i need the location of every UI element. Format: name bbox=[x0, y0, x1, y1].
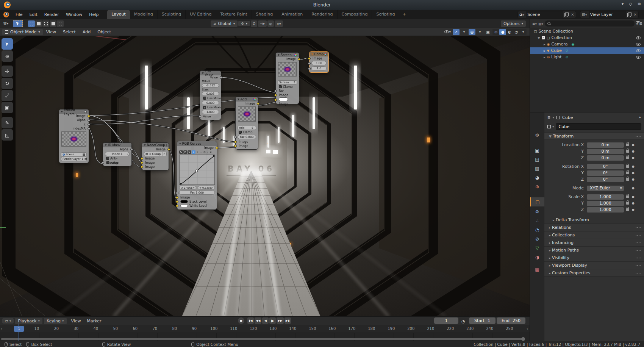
panel-collections[interactable]: ▸ Collections bbox=[544, 231, 644, 239]
expand-left-icon[interactable]: › bbox=[1, 327, 2, 331]
input-id-value[interactable]: ID value bbox=[103, 161, 131, 165]
output-image[interactable]: Image bbox=[276, 57, 299, 61]
alpha-field[interactable]: 1.00 bbox=[311, 61, 327, 65]
panel-instancing[interactable]: ▸ Instancing bbox=[544, 239, 644, 246]
menu-help[interactable]: Help bbox=[86, 11, 102, 19]
input-image-2[interactable]: Image bbox=[142, 161, 169, 165]
delete-point-icon[interactable]: ✕ bbox=[209, 151, 212, 154]
view-layer-selector[interactable]: ▧▾ View Layer ✕ bbox=[580, 11, 639, 18]
animate-dot[interactable]: ● bbox=[632, 143, 635, 147]
tab-sculpting[interactable]: Sculpting bbox=[158, 10, 186, 19]
tab-material[interactable]: ◑ bbox=[530, 253, 544, 262]
z-field[interactable]: 1.0 bbox=[311, 66, 327, 70]
outliner-item-cube[interactable]: ▸ ▼ Cube ▽ bbox=[530, 47, 644, 54]
location-x-field[interactable]: 0 m bbox=[587, 142, 624, 148]
delta-transform-subpanel[interactable]: ▸ Delta Transform bbox=[544, 217, 644, 224]
timeline-menu-marker[interactable]: Marker bbox=[84, 317, 105, 325]
blender-menu-icon[interactable] bbox=[3, 12, 9, 17]
tab-modeling[interactable]: Modeling bbox=[130, 10, 158, 19]
color-swatch[interactable] bbox=[279, 97, 288, 101]
animate-dot[interactable]: ● bbox=[632, 195, 635, 199]
max-field[interactable]: ‹1.000› bbox=[202, 110, 219, 114]
clipping-icon[interactable]: ◦ bbox=[207, 151, 208, 154]
alpha-row[interactable]: 1.00 bbox=[309, 61, 328, 66]
outliner-item-camera[interactable]: ▸ ◉ Camera ◉ bbox=[530, 41, 644, 47]
tool-scale[interactable]: ⤢ bbox=[2, 90, 13, 101]
select-box-tool-button[interactable] bbox=[13, 20, 23, 27]
mode-dropdown[interactable]: Object Mode ▾ bbox=[2, 29, 43, 35]
jump-to-start-button[interactable]: ▮◀ bbox=[247, 317, 254, 324]
input-image-2[interactable]: Image bbox=[236, 144, 258, 148]
channel-g[interactable]: G bbox=[188, 150, 191, 154]
tab-rendering[interactable]: Rendering bbox=[307, 10, 337, 19]
timeline-menu-view[interactable]: View bbox=[68, 317, 84, 325]
channel-b[interactable]: B bbox=[192, 150, 195, 154]
editor-type-dropdown[interactable]: ◔▾ bbox=[2, 318, 14, 324]
animate-dot[interactable]: ● bbox=[632, 171, 635, 175]
rotation-mode-dropdown[interactable]: XYZ Euler▾ bbox=[587, 186, 624, 191]
editor-type-icon[interactable]: ⊟ bbox=[547, 116, 550, 119]
input-fac[interactable]: Fac bbox=[276, 89, 299, 93]
rotation-x-field[interactable]: 0° bbox=[587, 164, 624, 169]
black-level-swatch[interactable] bbox=[180, 200, 188, 203]
scale-z-field[interactable]: 1.000 bbox=[587, 207, 624, 213]
output-indexma[interactable]: IndexMA bbox=[59, 127, 89, 131]
use-maximum-checkbox[interactable]: ✓Use Maximum bbox=[200, 105, 221, 109]
tab-particles[interactable]: ∴ bbox=[530, 216, 544, 225]
animate-dot[interactable]: ● bbox=[632, 178, 635, 181]
node-rgb-curves[interactable]: ▼RGB Curves Image C R G B + − ⚙ ◦ ✕ bbox=[177, 141, 217, 210]
blend-mode-dropdown[interactable]: Add↕ bbox=[238, 126, 256, 130]
select-mode-extend[interactable] bbox=[35, 20, 42, 27]
panel-custom-properties[interactable]: ▸ Custom Properties bbox=[544, 269, 644, 277]
playhead[interactable] bbox=[19, 324, 19, 341]
outliner-filter-dropdown[interactable]: ▧▾ bbox=[538, 21, 543, 26]
keying-dropdown[interactable]: Keying▾ bbox=[44, 318, 66, 324]
scene-selector[interactable]: ◕▾ Scene ✕ bbox=[517, 11, 576, 18]
location-y-field[interactable]: 0 m bbox=[587, 149, 624, 154]
viewport-menu-view[interactable]: View bbox=[43, 28, 59, 36]
tab-object[interactable]: ▢ bbox=[530, 197, 544, 206]
shading-dropdown[interactable]: ▾ bbox=[520, 29, 527, 35]
input-black-level[interactable]: Black Level bbox=[177, 200, 217, 204]
use-minimum-checkbox[interactable]: Use Minimum bbox=[200, 96, 221, 100]
panel-grip[interactable] bbox=[635, 136, 641, 137]
expand-right-icon[interactable]: ‹ bbox=[527, 327, 528, 331]
tab-layout[interactable]: Layout bbox=[107, 10, 130, 19]
input-image-2[interactable]: Image bbox=[276, 97, 299, 102]
snap-settings-dropdown[interactable]: ⊣▾ bbox=[258, 20, 266, 27]
xray-toggle[interactable]: ▣ bbox=[485, 29, 491, 35]
input-image-1[interactable]: Image bbox=[236, 140, 258, 144]
output-alpha[interactable]: Alpha bbox=[103, 147, 131, 152]
expand-icon[interactable]: ▸ bbox=[544, 42, 546, 46]
menu-window[interactable]: Window bbox=[63, 11, 86, 19]
input-white-level[interactable]: White Level bbox=[177, 204, 217, 208]
curve-tools-icon[interactable]: ⚙ bbox=[203, 151, 206, 154]
render-layer-render-icon[interactable]: ▦ bbox=[84, 157, 87, 161]
tool-cursor[interactable]: ⊕ bbox=[2, 50, 13, 62]
animate-dot[interactable]: ● bbox=[632, 150, 635, 153]
input-image-1[interactable]: Image bbox=[276, 93, 299, 97]
node-composite[interactable]: ▼Comp Image 1.00 1.0 bbox=[309, 52, 329, 73]
channel-c[interactable]: C bbox=[179, 150, 183, 154]
tool-select-box[interactable] bbox=[2, 38, 13, 50]
output-value[interactable]: Value bbox=[200, 75, 221, 80]
lock-icon[interactable] bbox=[626, 208, 629, 211]
curve-y-field[interactable]: ‹Y 0.53889› bbox=[198, 186, 215, 190]
curve-control-point[interactable] bbox=[195, 170, 198, 172]
clamp-checkbox[interactable]: Clamp bbox=[276, 85, 299, 89]
animate-dot[interactable]: ● bbox=[632, 186, 635, 190]
output-image[interactable]: Image bbox=[59, 114, 89, 118]
animate-dot[interactable]: ● bbox=[632, 202, 635, 205]
index-field[interactable]: ‹Index 1› bbox=[105, 152, 130, 156]
node-id-mask[interactable]: ▼ID Mask Alpha ‹Index 1› Anti-Aliasing I… bbox=[103, 142, 132, 166]
lock-icon[interactable] bbox=[626, 195, 629, 198]
tool-move[interactable]: ✢ bbox=[2, 66, 13, 77]
proportional-edit-toggle[interactable]: ◎ bbox=[267, 20, 274, 27]
rendered-shading-button[interactable]: ◔ bbox=[513, 29, 520, 35]
viewport-menu-select[interactable]: Select bbox=[59, 28, 79, 36]
node-group[interactable]: ▼NodeGroup Image ▦↕GroupF Image Image Im… bbox=[142, 142, 169, 170]
tab-texture[interactable]: ▦ bbox=[530, 265, 544, 274]
tool-annotate[interactable]: ✎ bbox=[2, 117, 13, 128]
tab-output[interactable]: ▤ bbox=[530, 155, 544, 164]
gizmo-dropdown[interactable]: ▾ bbox=[461, 29, 467, 35]
